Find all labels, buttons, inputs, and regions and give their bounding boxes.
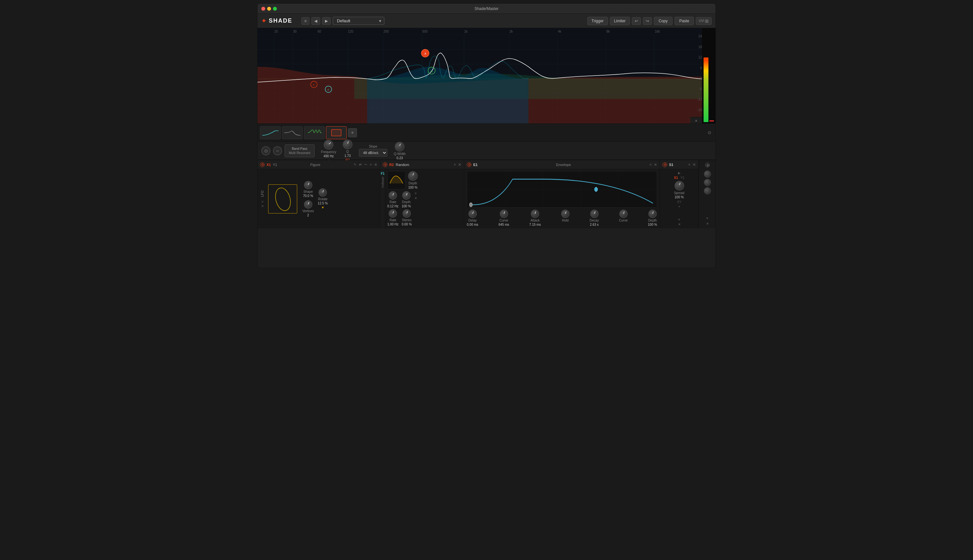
f1-label[interactable]: F1 (381, 172, 385, 175)
s1-play-icon[interactable]: ▶ (678, 171, 681, 175)
close-button[interactable] (261, 7, 265, 11)
band-type-button[interactable]: Band Pass Multi Resonant (285, 144, 315, 157)
lfo-tab-y1[interactable]: Y1 (273, 163, 277, 167)
trigger-button[interactable]: Trigger (587, 17, 608, 25)
right-menu-icon[interactable]: ≡ (706, 216, 709, 220)
lfo-swap-icon[interactable]: ⇄ (359, 162, 362, 167)
random-menu-icon[interactable]: ≡ (454, 162, 456, 167)
env-header: ⏻ E1 Envelope ≡ ✕ (464, 160, 660, 169)
s1-add-button[interactable]: + (678, 205, 680, 209)
lfo-tab-x1[interactable]: X1 (267, 163, 271, 167)
band-power-button[interactable]: ⏻ (261, 146, 270, 155)
copy-button[interactable]: Copy (654, 17, 673, 25)
right-close-icon[interactable]: ✕ (706, 222, 709, 226)
lfo-wave-icon[interactable]: 〜 (364, 162, 368, 167)
filter-band-2[interactable] (282, 126, 303, 139)
env-curve1-knob[interactable] (500, 210, 508, 218)
lfo-close2-icon[interactable]: ✕ (261, 204, 264, 208)
filter-band-1[interactable] (260, 126, 281, 139)
s1-menu2-icon[interactable]: ≡ (678, 217, 681, 222)
q-label: Q (346, 150, 349, 153)
random-extra-menu[interactable]: ≡ (414, 191, 417, 195)
qwidth-control: Q-Width 0.23 (394, 142, 406, 160)
delay-knob[interactable] (468, 210, 477, 218)
random-power-button[interactable]: ⏻ (383, 162, 387, 167)
env-menu-icon[interactable]: ≡ (649, 162, 652, 167)
random-rate2-knob[interactable] (389, 209, 397, 218)
lfo-vertices-label: Vertices (302, 209, 314, 213)
random-depth-knob[interactable] (408, 171, 418, 181)
lfo-power-button[interactable]: ⏻ (260, 162, 265, 167)
random-rate2-value: 1.00 Hz (387, 223, 398, 226)
env-depth-knob[interactable] (648, 210, 657, 218)
s1-body: ▶ X1 Y1 Spread 100 % XY + ≡ ✕ (660, 169, 698, 228)
eq-display[interactable]: 15 30 60 120 250 500 1k 2k 4k 8k 16k (257, 28, 716, 124)
lfo-vertices-knob[interactable] (304, 200, 312, 208)
q-value: 1.73 (344, 154, 350, 158)
qwidth-knob[interactable] (395, 142, 404, 152)
lfo-close-button[interactable]: ✕ (374, 162, 377, 167)
s1-close2-icon[interactable]: ✕ (678, 222, 681, 227)
expand-button[interactable]: ▲ (690, 117, 702, 123)
modulators-section: ⏻ X1 Y1 Figure ✎ ⇄ 〜 ≡ ✕ LFO ≡ ✕ (257, 160, 716, 228)
lfo-rotate-label: Rotate (318, 197, 327, 201)
maximize-button[interactable] (273, 7, 277, 11)
lfo-edit-icon[interactable]: ✎ (354, 162, 357, 167)
s1-tab-x1[interactable]: X1 (674, 176, 678, 180)
minimize-button[interactable] (267, 7, 271, 11)
env-curve2-knob[interactable] (619, 210, 628, 218)
random-depth-control: Depth 100 % (408, 171, 418, 189)
lfo-rotate-knob[interactable] (319, 188, 327, 197)
eq-canvas[interactable]: ↙ ∧ m ∧ (257, 35, 703, 123)
random-close-button[interactable]: ✕ (458, 162, 461, 167)
undo-button[interactable]: ↩ (632, 17, 641, 25)
prev-preset-button[interactable]: ◀ (311, 17, 320, 25)
lfo-body: LFO ≡ ✕ Shape 70.0 % (257, 169, 380, 228)
limiter-button[interactable]: Limiter (610, 17, 630, 25)
random-top-row: Depth 100 % (387, 171, 462, 189)
right-knob-1[interactable] (704, 170, 711, 178)
s1-menu-icon[interactable]: ≡ (688, 162, 691, 167)
lfo-menu2-icon[interactable]: ≡ (261, 200, 263, 203)
hold-control: Hold (561, 210, 569, 227)
right-knob-3[interactable] (704, 187, 711, 194)
s1-tab-y1[interactable]: Y1 (681, 176, 684, 180)
q-knob[interactable] (343, 140, 352, 149)
svg-text:↙: ↙ (327, 88, 330, 91)
decay-knob[interactable] (590, 210, 599, 218)
hold-knob[interactable] (561, 210, 569, 218)
random-stereo-knob[interactable] (402, 209, 411, 218)
random-extra: ≡ ✕ (414, 191, 417, 208)
freq-label-15: 15 (274, 30, 278, 33)
s1-power-button[interactable]: ⏻ (663, 162, 667, 167)
lfo-shape-knob[interactable] (304, 181, 312, 189)
random-rate-knob[interactable] (389, 191, 397, 200)
paste-button[interactable]: Paste (674, 17, 694, 25)
lfo-menu-icon[interactable]: ≡ (370, 162, 372, 167)
env-name: E1 (473, 163, 477, 167)
right-power-button[interactable]: ⏻ (705, 163, 710, 167)
filter-band-3[interactable] (304, 126, 325, 139)
svg-rect-26 (331, 130, 341, 136)
redo-button[interactable]: ↪ (643, 17, 652, 25)
spread-knob[interactable] (674, 181, 684, 190)
preset-dropdown[interactable]: Default (333, 17, 384, 25)
s1-close-button[interactable]: ✕ (693, 162, 696, 167)
attack-knob[interactable] (531, 210, 539, 218)
env-knobs: Delay 0.00 ms Curve 645 ms Attack 7.15 m… (467, 210, 657, 227)
random-extra-close[interactable]: ✕ (414, 196, 417, 200)
random-depth2-knob[interactable] (402, 191, 411, 200)
slope-select[interactable]: 48 dB/oct. (359, 149, 387, 157)
db-18: 18 (690, 45, 702, 49)
menu-button[interactable]: ≡ (301, 17, 309, 25)
random-follower-row: Rate 1.00 Hz Stereo 0.00 % (387, 209, 462, 226)
filter-band-4[interactable] (326, 126, 347, 139)
band-loop-button[interactable]: ∞ (273, 146, 282, 155)
add-filter-button[interactable]: + (348, 128, 357, 137)
right-knob-2[interactable] (704, 179, 711, 186)
random-depth2-value: 100 % (402, 205, 411, 208)
env-power-button[interactable]: ⏻ (467, 162, 471, 167)
next-preset-button[interactable]: ▶ (322, 17, 331, 25)
filter-settings-button[interactable]: ⚙ (708, 130, 712, 135)
env-close-button[interactable]: ✕ (654, 162, 657, 167)
